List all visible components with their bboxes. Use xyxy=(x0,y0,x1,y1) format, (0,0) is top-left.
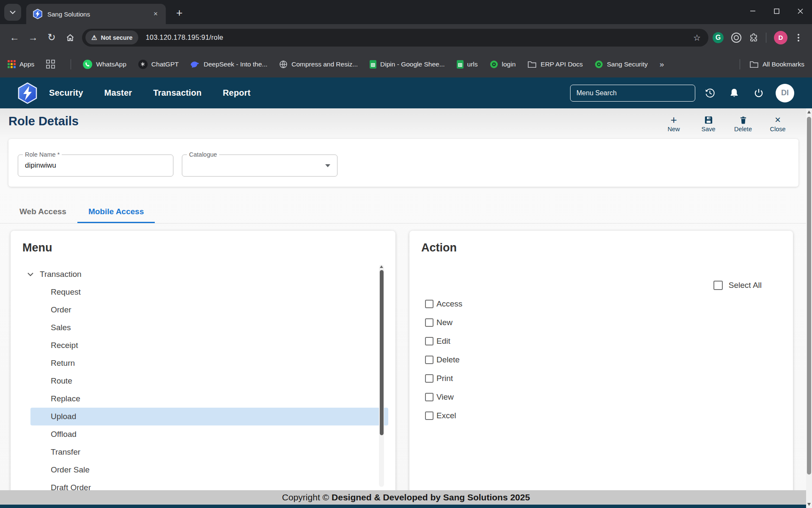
minimize-button[interactable] xyxy=(741,0,765,22)
browser-menu-icon[interactable] xyxy=(795,34,802,41)
tab-mobile-access[interactable]: Mobile Access xyxy=(77,201,155,223)
security-chip[interactable]: ⚠ Not secure xyxy=(85,30,138,44)
back-button[interactable]: ← xyxy=(5,28,24,47)
bookmark-dipin-sheet[interactable]: Dipin - Google Shee... xyxy=(370,60,445,69)
extensions-puzzle-icon[interactable] xyxy=(749,33,758,42)
home-button[interactable] xyxy=(61,28,80,47)
close-button[interactable]: × Close xyxy=(765,114,790,133)
scroll-up-arrow-icon[interactable] xyxy=(807,110,811,113)
bookmark-squares[interactable] xyxy=(46,60,59,69)
menu-item-order[interactable]: Order xyxy=(11,301,395,319)
chevron-down-icon xyxy=(27,273,33,276)
save-button-label: Save xyxy=(701,126,715,133)
action-label: View xyxy=(436,392,454,402)
nav-transaction[interactable]: Transaction xyxy=(153,88,201,98)
new-checkbox[interactable] xyxy=(425,318,433,327)
nav-master[interactable]: Master xyxy=(104,88,132,98)
new-tab-button[interactable]: + xyxy=(172,5,187,20)
dropdown-arrow-icon[interactable] xyxy=(325,164,330,167)
scrollbar-thumb[interactable] xyxy=(380,270,384,435)
menu-search-input[interactable] xyxy=(570,85,695,102)
logout-button[interactable] xyxy=(749,83,769,103)
menu-scrollbar[interactable] xyxy=(379,265,384,487)
nav-report[interactable]: Report xyxy=(223,88,251,98)
menu-item-label: Order Sale xyxy=(51,465,90,475)
tab-strip: Sang Solutions × + xyxy=(0,0,812,24)
bookmark-urls[interactable]: urls xyxy=(457,60,478,69)
spreadsheet-icon xyxy=(457,60,464,69)
bookmarks-bar: Apps WhatsApp ChatGPT DeepSeek - Into th… xyxy=(0,51,812,77)
bookmark-whatsapp[interactable]: WhatsApp xyxy=(83,60,126,69)
chevron-down-icon xyxy=(10,11,16,14)
scrollbar-thumb[interactable] xyxy=(807,117,811,475)
page-title: Role Details xyxy=(8,114,79,128)
menu-item-route[interactable]: Route xyxy=(11,372,395,390)
menu-item-offload[interactable]: Offload xyxy=(11,425,395,443)
menu-item-replace[interactable]: Replace xyxy=(11,390,395,408)
grammarly-extension-icon[interactable]: G xyxy=(713,32,724,43)
menu-item-sales[interactable]: Sales xyxy=(11,319,395,337)
divider xyxy=(766,33,766,43)
app-logo[interactable] xyxy=(18,83,37,104)
save-button[interactable]: Save xyxy=(696,114,721,133)
menu-item-request[interactable]: Request xyxy=(11,283,395,301)
menu-item-upload-selected[interactable]: Upload xyxy=(30,408,388,425)
forward-button[interactable]: → xyxy=(24,28,42,47)
menu-item-transfer[interactable]: Transfer xyxy=(11,443,395,461)
edit-checkbox[interactable] xyxy=(425,337,433,345)
view-checkbox[interactable] xyxy=(425,393,433,401)
role-name-input[interactable] xyxy=(25,161,166,170)
bookmark-deepseek[interactable]: DeepSeek - Into the... xyxy=(190,61,267,68)
delete-checkbox[interactable] xyxy=(425,356,433,364)
history-button[interactable] xyxy=(700,83,720,103)
tab-web-access[interactable]: Web Access xyxy=(8,201,77,223)
globe-icon xyxy=(279,60,288,69)
all-bookmarks-button[interactable]: All Bookmarks xyxy=(749,61,804,68)
browser-tab[interactable]: Sang Solutions × xyxy=(26,4,166,24)
bookmark-erp-api-docs[interactable]: ERP API Docs xyxy=(527,61,583,68)
close-window-button[interactable] xyxy=(788,0,812,22)
bookmark-apps[interactable]: Apps xyxy=(8,60,34,68)
url-text[interactable]: 103.120.178.195:91/role xyxy=(145,33,223,41)
menu-panel: Menu Transaction Request Order Sales Rec… xyxy=(11,231,395,502)
copyright-prefix: Copyright © xyxy=(282,492,329,502)
bookmark-sang-security[interactable]: Sang Security xyxy=(595,60,648,69)
trash-icon xyxy=(739,114,748,125)
bookmark-label: urls xyxy=(467,61,478,68)
tab-search-button[interactable] xyxy=(4,4,21,21)
new-button[interactable]: + New xyxy=(661,114,686,133)
bookmark-chatgpt[interactable]: ChatGPT xyxy=(138,60,179,69)
menu-item-transaction[interactable]: Transaction xyxy=(11,265,395,283)
menu-item-order-sale[interactable]: Order Sale xyxy=(11,461,395,479)
access-checkbox[interactable] xyxy=(425,300,433,308)
notifications-button[interactable] xyxy=(724,83,744,103)
delete-button[interactable]: Delete xyxy=(731,114,755,133)
select-all-checkbox[interactable] xyxy=(713,281,723,290)
user-avatar[interactable]: DI xyxy=(776,84,794,102)
nav-security[interactable]: Security xyxy=(49,88,83,98)
menu-item-label: Order xyxy=(51,305,71,315)
address-bar[interactable]: ⚠ Not secure 103.120.178.195:91/role ☆ xyxy=(82,29,708,47)
bookmark-label: ChatGPT xyxy=(151,61,179,68)
catalogue-field[interactable]: Catalogue xyxy=(182,155,337,177)
role-name-field[interactable]: Role Name * xyxy=(18,155,173,177)
bookmark-star-icon[interactable]: ☆ xyxy=(690,33,704,43)
bookmark-login[interactable]: login xyxy=(490,60,516,69)
bookmark-label: Apps xyxy=(19,61,34,68)
maximize-button[interactable] xyxy=(765,0,788,22)
page-head: Role Details + New Save Delete xyxy=(0,108,812,133)
target-extension-icon[interactable] xyxy=(731,33,741,43)
bookmarks-overflow-icon[interactable]: » xyxy=(659,60,664,69)
menu-item-return[interactable]: Return xyxy=(11,354,395,372)
scroll-down-arrow-icon[interactable] xyxy=(807,503,811,506)
save-icon xyxy=(704,114,713,125)
tab-close-icon[interactable]: × xyxy=(151,9,161,19)
browser-profile-avatar[interactable]: D xyxy=(774,31,787,44)
page-scrollbar[interactable] xyxy=(806,108,812,508)
scroll-up-arrow-icon[interactable] xyxy=(380,265,383,268)
menu-item-receipt[interactable]: Receipt xyxy=(11,337,395,354)
reload-button[interactable]: ↻ xyxy=(42,28,61,47)
print-checkbox[interactable] xyxy=(425,374,433,383)
bookmark-compress[interactable]: Compress and Resiz... xyxy=(279,60,358,69)
excel-checkbox[interactable] xyxy=(425,411,433,420)
